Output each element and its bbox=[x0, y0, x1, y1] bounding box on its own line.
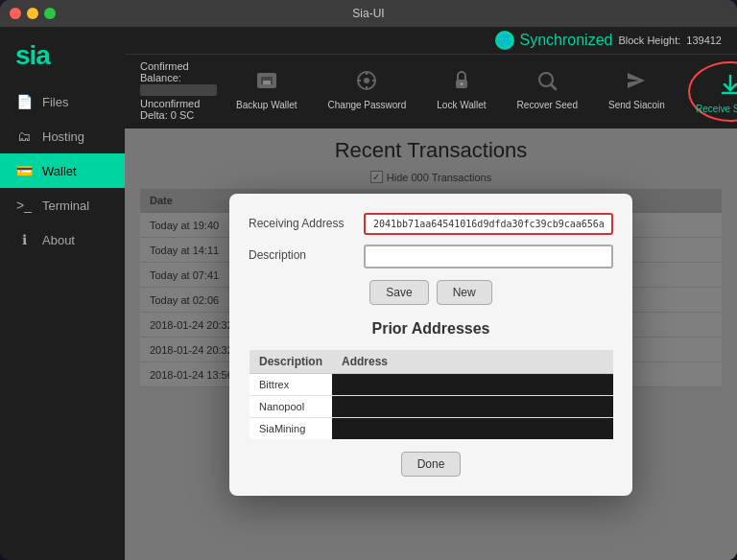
lock-wallet-label: Lock Wallet bbox=[437, 100, 486, 110]
address-label: Receiving Address bbox=[249, 213, 354, 230]
prior-row[interactable]: SiaMining ██████████████████████████████… bbox=[250, 417, 614, 439]
sidebar-item-hosting[interactable]: 🗂 Hosting bbox=[0, 119, 125, 153]
svg-marker-13 bbox=[628, 73, 645, 88]
modal-footer: Done bbox=[249, 452, 613, 477]
receive-siacoin-button[interactable]: Receive Siacoin bbox=[688, 61, 737, 122]
actions-row: Confirmed Balance: Unconfirmed Delta: 0 … bbox=[125, 55, 737, 128]
content-area: Recent Transactions ✓ Hide 000 Transacti… bbox=[125, 128, 737, 560]
sidebar: sia 📄 Files 🗂 Hosting 💳 Wallet >_ Termin… bbox=[0, 27, 125, 560]
prior-desc: Bittrex bbox=[250, 373, 333, 395]
backup-icon bbox=[251, 65, 282, 96]
recover-seed-label: Recover Seed bbox=[517, 100, 578, 110]
balance-redacted bbox=[140, 84, 217, 96]
svg-line-12 bbox=[551, 84, 556, 89]
backup-wallet-label: Backup Wallet bbox=[236, 100, 297, 110]
maximize-button[interactable] bbox=[44, 8, 56, 19]
modal-overlay: Receiving Address Description Save New bbox=[125, 128, 737, 560]
prior-address: ████████████████████████████████████ bbox=[332, 417, 613, 439]
terminal-icon: >_ bbox=[15, 198, 33, 213]
prior-desc: Nanopool bbox=[250, 395, 333, 417]
sync-status: Synchronized bbox=[520, 32, 613, 49]
backup-wallet-button[interactable]: Backup Wallet bbox=[228, 61, 305, 122]
lock-wallet-button[interactable]: Lock Wallet bbox=[429, 61, 493, 122]
svg-rect-2 bbox=[263, 81, 271, 84]
sidebar-item-terminal-label: Terminal bbox=[42, 198, 89, 213]
about-icon: ℹ bbox=[15, 232, 33, 247]
prior-address: ████████████████████████████████████ bbox=[332, 373, 613, 395]
send-siacoin-button[interactable]: Send Siacoin bbox=[601, 61, 673, 122]
prior-col-description: Description bbox=[250, 349, 333, 373]
send-icon bbox=[621, 65, 652, 96]
top-actions: Backup Wallet bbox=[228, 61, 737, 122]
sidebar-item-hosting-label: Hosting bbox=[42, 129, 84, 144]
address-input[interactable] bbox=[364, 213, 613, 235]
window-title: Sia-UI bbox=[352, 7, 384, 20]
block-height-value: 139412 bbox=[686, 35, 722, 46]
files-icon: 📄 bbox=[15, 94, 33, 109]
confirmed-balance-label: Confirmed Balance: bbox=[140, 60, 217, 96]
prior-addresses-scroll[interactable]: Description Address Bittrex ████████████… bbox=[249, 349, 613, 440]
sidebar-item-files[interactable]: 📄 Files bbox=[0, 84, 125, 119]
prior-address: ████████████████████████████████████ bbox=[332, 395, 613, 417]
top-bar-wrapper: 🌐 Synchronized Block Height: 139412 Conf… bbox=[125, 27, 737, 128]
sidebar-item-about-label: About bbox=[42, 233, 75, 247]
sidebar-item-wallet[interactable]: 💳 Wallet bbox=[0, 153, 125, 188]
change-password-icon bbox=[351, 65, 382, 96]
description-label: Description bbox=[249, 245, 354, 262]
globe-icon: 🌐 bbox=[495, 31, 514, 50]
description-field-row: Description bbox=[249, 245, 613, 268]
receive-siacoin-label: Receive Siacoin bbox=[696, 104, 737, 114]
prior-row[interactable]: Nanopool ███████████████████████████████… bbox=[250, 395, 614, 417]
app-body: sia 📄 Files 🗂 Hosting 💳 Wallet >_ Termin… bbox=[0, 27, 737, 560]
sidebar-item-wallet-label: Wallet bbox=[42, 164, 77, 178]
recover-icon bbox=[532, 65, 562, 96]
unconfirmed-delta: Unconfirmed Delta: 0 SC bbox=[140, 98, 217, 121]
sidebar-item-files-label: Files bbox=[42, 95, 68, 109]
prior-row[interactable]: Bittrex ████████████████████████████████… bbox=[250, 373, 614, 395]
balance-info: Confirmed Balance: Unconfirmed Delta: 0 … bbox=[140, 60, 217, 123]
prior-col-address: Address bbox=[332, 349, 613, 373]
window-controls bbox=[10, 8, 56, 19]
title-bar: Sia-UI bbox=[0, 0, 737, 27]
svg-point-4 bbox=[364, 78, 369, 83]
sidebar-item-about[interactable]: ℹ About bbox=[0, 222, 125, 257]
prior-desc: SiaMining bbox=[250, 417, 333, 439]
save-button[interactable]: Save bbox=[369, 280, 428, 305]
minimize-button[interactable] bbox=[27, 8, 38, 19]
done-button[interactable]: Done bbox=[401, 452, 462, 477]
receive-icon bbox=[715, 69, 737, 100]
description-input[interactable] bbox=[364, 245, 613, 268]
lock-icon bbox=[446, 65, 477, 96]
change-password-label: Change Password bbox=[328, 100, 407, 110]
recover-seed-button[interactable]: Recover Seed bbox=[510, 61, 585, 122]
change-password-button[interactable]: Change Password bbox=[321, 61, 415, 122]
main-content: 🌐 Synchronized Block Height: 139412 Conf… bbox=[125, 27, 737, 560]
close-button[interactable] bbox=[10, 8, 21, 19]
wallet-icon: 💳 bbox=[15, 163, 33, 178]
modal-action-buttons: Save New bbox=[249, 280, 613, 305]
prior-addresses-table: Description Address Bittrex ████████████… bbox=[249, 349, 613, 440]
new-button[interactable]: New bbox=[437, 280, 492, 305]
app-window: Sia-UI sia 📄 Files 🗂 Hosting 💳 Wallet >_… bbox=[0, 0, 737, 560]
block-height-label: Block Height: bbox=[618, 35, 680, 46]
sync-row: 🌐 Synchronized Block Height: 139412 bbox=[125, 27, 737, 55]
receive-siacoin-modal: Receiving Address Description Save New bbox=[229, 194, 632, 496]
hosting-icon: 🗂 bbox=[15, 128, 33, 144]
sidebar-item-terminal[interactable]: >_ Terminal bbox=[0, 188, 125, 222]
send-siacoin-label: Send Siacoin bbox=[608, 100, 665, 110]
svg-point-10 bbox=[460, 82, 463, 85]
prior-addresses-title: Prior Addresses bbox=[249, 320, 613, 338]
logo: sia bbox=[0, 27, 125, 84]
address-field-row: Receiving Address bbox=[249, 213, 613, 235]
